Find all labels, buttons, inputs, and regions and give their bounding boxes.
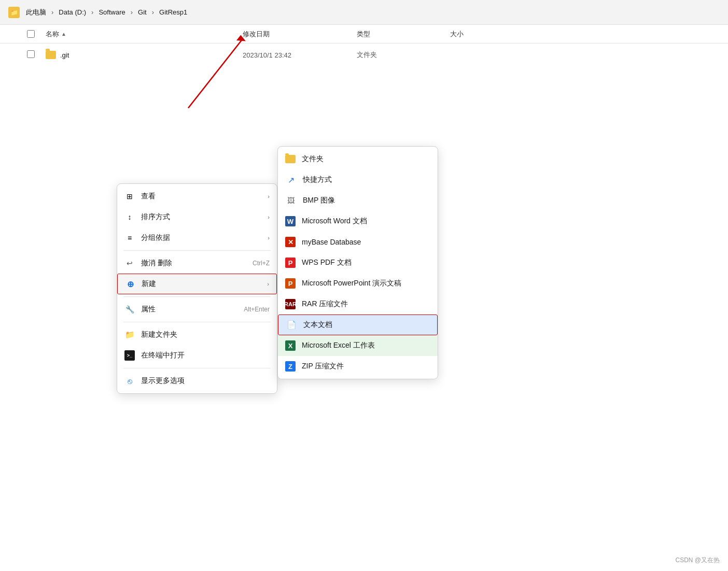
sm-excel-icon: X <box>285 340 296 351</box>
menu-item-undo[interactable]: ↩ 撤消 删除 Ctrl+Z <box>117 253 277 274</box>
menu-label-sort: 排序方式 <box>141 212 261 222</box>
menu-label-moreopts: 显示更多选项 <box>141 376 270 386</box>
menu-item-terminal[interactable]: >_ 在终端中打开 <box>117 345 277 366</box>
sep3: › <box>131 8 133 16</box>
submenu-item-txt[interactable]: 📄 文本文档 <box>278 315 438 335</box>
menu-item-new[interactable]: ⊕ 新建 › <box>117 274 277 294</box>
sort-arrow-icon: ▲ <box>61 31 66 37</box>
submenu-item-ppt[interactable]: P Microsoft PowerPoint 演示文稿 <box>278 273 438 294</box>
file-name-label: .git <box>60 51 69 59</box>
explorer-window: 📁 此电脑 › Data (D:) › Software › Git › Git… <box>0 0 728 571</box>
submenu-label-bmp: BMP 图像 <box>303 196 335 205</box>
submenu: 文件夹 ↗ 快捷方式 🖼 BMP 图像 W Microsoft Word 文档 … <box>277 146 438 379</box>
menu-label-props: 属性 <box>141 305 237 314</box>
view-submenu-arrow: › <box>268 193 270 199</box>
submenu-label-shortcut: 快捷方式 <box>303 175 332 184</box>
col-header-date[interactable]: 修改日期 <box>243 30 357 39</box>
file-icon-name: .git <box>46 51 243 59</box>
props-shortcut: Alt+Enter <box>244 306 270 313</box>
context-menu: ⊞ 查看 › ↕ 排序方式 › ≡ 分组依据 › ↩ 撤消 删除 Ctrl+ <box>117 183 277 394</box>
submenu-item-excel[interactable]: X Microsoft Excel 工作表 <box>278 335 438 356</box>
divider-1 <box>123 250 271 251</box>
breadcrumb-gitresp1[interactable]: GitResp1 <box>157 7 189 17</box>
submenu-item-shortcut[interactable]: ↗ 快捷方式 <box>278 169 438 190</box>
breadcrumb-git[interactable]: Git <box>136 7 149 17</box>
sm-shortcut-icon: ↗ <box>285 174 297 185</box>
sm-bmp-icon: 🖼 <box>285 195 297 206</box>
submenu-label-txt: 文本文档 <box>303 320 332 330</box>
divider-3 <box>123 322 271 322</box>
moreopts-icon: ⎋ <box>124 376 135 386</box>
new-icon: ⊕ <box>125 279 135 289</box>
sm-txt-icon: 📄 <box>286 319 297 331</box>
submenu-item-zip[interactable]: Z ZIP 压缩文件 <box>278 356 438 377</box>
sm-word-icon: W <box>285 216 296 226</box>
menu-label-terminal: 在终端中打开 <box>141 351 270 360</box>
sm-ppt-icon: P <box>285 278 296 289</box>
newfolder-icon: 📁 <box>124 330 135 340</box>
menu-item-moreopts[interactable]: ⎋ 显示更多选项 <box>117 370 277 391</box>
menu-item-props[interactable]: 🔧 属性 Alt+Enter <box>117 299 277 320</box>
divider-2 <box>123 296 271 297</box>
breadcrumb-data[interactable]: Data (D:) <box>57 7 88 17</box>
group-icon: ≡ <box>124 233 135 243</box>
select-all-checkbox[interactable] <box>27 30 46 38</box>
col-header-name[interactable]: 名称 ▲ <box>46 30 243 39</box>
breadcrumb-software[interactable]: Software <box>96 7 127 17</box>
submenu-item-word[interactable]: W Microsoft Word 文档 <box>278 211 438 232</box>
view-icon: ⊞ <box>124 191 135 202</box>
divider-4 <box>123 368 271 368</box>
submenu-label-excel: Microsoft Excel 工作表 <box>302 341 375 350</box>
sm-rar-icon: RAR <box>285 299 296 309</box>
submenu-label-ppt: Microsoft PowerPoint 演示文稿 <box>302 279 401 288</box>
submenu-label-word: Microsoft Word 文档 <box>302 217 367 226</box>
sep4: › <box>152 8 154 16</box>
sort-submenu-arrow: › <box>268 214 270 220</box>
submenu-item-wpspdf[interactable]: P WPS PDF 文档 <box>278 252 438 273</box>
group-submenu-arrow: › <box>268 235 270 241</box>
submenu-item-folder[interactable]: 文件夹 <box>278 149 438 169</box>
submenu-label-zip: ZIP 压缩文件 <box>302 362 344 371</box>
props-icon: 🔧 <box>124 304 135 315</box>
file-date: 2023/10/1 23:42 <box>243 51 357 59</box>
sm-wpspdf-icon: P <box>285 258 296 268</box>
menu-label-newfolder: 新建文件夹 <box>141 330 270 339</box>
file-list: .git 2023/10/1 23:42 文件夹 ⊞ 查看 › ↕ 排序方 <box>0 44 728 571</box>
menu-item-view[interactable]: ⊞ 查看 › <box>117 186 277 207</box>
watermark: CSDN @又在热 <box>675 556 720 565</box>
sep1: › <box>51 8 53 16</box>
menu-item-sort[interactable]: ↕ 排序方式 › <box>117 207 277 227</box>
submenu-item-bmp[interactable]: 🖼 BMP 图像 <box>278 190 438 211</box>
col-header-type[interactable]: 类型 <box>357 30 450 39</box>
submenu-label-wpspdf: WPS PDF 文档 <box>302 258 352 267</box>
sm-zip-icon: Z <box>285 361 296 372</box>
folder-icon <box>46 51 56 59</box>
submenu-item-mybase[interactable]: ✕ myBase Database <box>278 232 438 252</box>
undo-icon: ↩ <box>124 258 135 268</box>
file-type: 文件夹 <box>357 50 450 60</box>
sort-icon: ↕ <box>124 212 135 222</box>
menu-label-group: 分组依据 <box>141 233 261 242</box>
menu-item-newfolder[interactable]: 📁 新建文件夹 <box>117 324 277 345</box>
sep2: › <box>91 8 93 16</box>
menu-label-undo: 撤消 删除 <box>141 259 246 268</box>
col-header-size[interactable]: 大小 <box>450 30 512 39</box>
undo-shortcut: Ctrl+Z <box>253 260 270 267</box>
sm-mybase-icon: ✕ <box>285 237 296 247</box>
row-checkbox[interactable] <box>27 50 46 60</box>
breadcrumb-pc[interactable]: 此电脑 <box>24 7 48 18</box>
menu-item-group[interactable]: ≡ 分组依据 › <box>117 227 277 248</box>
submenu-label-folder: 文件夹 <box>302 154 324 164</box>
new-submenu-arrow: › <box>267 281 269 287</box>
submenu-label-mybase: myBase Database <box>302 238 361 246</box>
menu-label-new: 新建 <box>142 279 261 289</box>
sm-folder-icon <box>285 155 296 163</box>
menu-label-view: 查看 <box>141 192 261 201</box>
address-bar: 📁 此电脑 › Data (D:) › Software › Git › Git… <box>0 0 728 25</box>
submenu-item-rar[interactable]: RAR RAR 压缩文件 <box>278 294 438 315</box>
table-row[interactable]: .git 2023/10/1 23:42 文件夹 <box>0 46 728 64</box>
column-headers: 名称 ▲ 修改日期 类型 大小 <box>0 25 728 44</box>
terminal-icon: >_ <box>124 350 135 361</box>
breadcrumb-home-icon[interactable]: 📁 <box>8 7 20 18</box>
submenu-label-rar: RAR 压缩文件 <box>302 299 348 309</box>
